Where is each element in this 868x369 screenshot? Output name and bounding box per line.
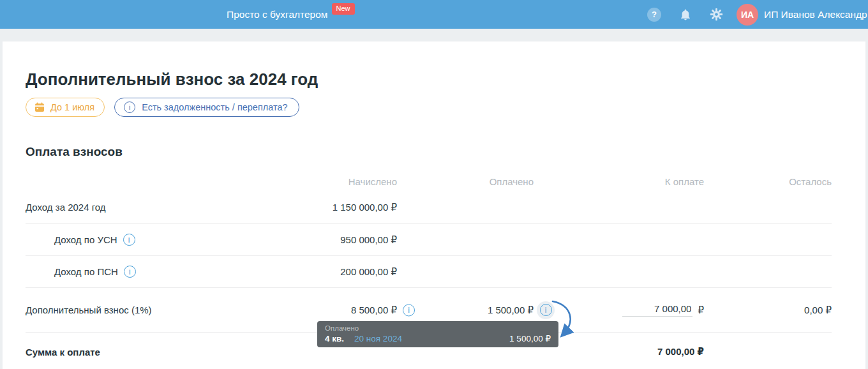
page-title: Дополнительный взнос за 2024 год [26,69,832,89]
accrued-value: 1 150 000,00 ₽ [287,202,397,213]
tooltip-quarter: 4 кв. [325,334,344,343]
bell-icon[interactable] [679,8,692,21]
paid-tooltip: Оплачено 4 кв. 20 ноя 2024 1 500,00 ₽ [317,321,558,347]
help-icon[interactable]: ? [647,8,661,22]
to-pay-input[interactable] [622,303,692,317]
row-label: Дополнительный взнос (1%) [26,305,287,315]
remaining-value: 0,00 ₽ [704,305,832,316]
accrued-cell: 8 500,00 ₽ i [287,305,397,316]
row-label: Доход по УСН i [26,234,287,246]
psn-info-icon[interactable]: i [124,266,136,278]
table-row: Доход за 2024 год 1 150 000,00 ₽ [26,191,832,224]
badges-row: До 1 июля i Есть задолженность / перепла… [26,98,832,117]
section-title: Оплата взносов [26,145,832,159]
col-paid: Оплачено [397,176,534,187]
user-name[interactable]: ИП Иванов Александр [764,9,867,20]
paid-value: 1 500,00 ₽ [488,305,534,315]
deadline-label: До 1 июля [50,102,94,112]
topbar: Просто с бухгалтером New ? [0,0,868,29]
total-to-pay: 7 000,00 ₽ [534,346,704,358]
tooltip-label: Оплачено [325,324,551,332]
avatar[interactable]: ИА [737,4,758,26]
col-accrued: Начислено [287,176,397,187]
col-to-pay: К оплате [534,176,704,187]
content-card: Дополнительный взнос за 2024 год До 1 ию… [3,41,865,369]
accrued-value: 8 500,00 ₽ [351,305,397,315]
tooltip-row: 4 кв. 20 ноя 2024 1 500,00 ₽ [325,333,551,343]
deadline-badge: До 1 июля [26,98,105,117]
tooltip-date-link[interactable]: 20 ноя 2024 [354,334,402,343]
brand-title: Просто с бухгалтером [227,9,328,20]
help-glyph: ? [652,10,657,19]
usn-info-icon[interactable]: i [123,234,135,246]
gear-icon[interactable] [710,8,723,21]
table-header: Начислено Оплачено К оплате Осталось [26,176,832,191]
row-label: Доход за 2024 год [26,202,287,213]
table-row: Доход по ПСН i 200 000,00 ₽ [26,256,832,288]
accrued-value: 200 000,00 ₽ [287,266,397,278]
table-row: Доход по УСН i 950 000,00 ₽ [26,224,832,256]
accrued-value: 950 000,00 ₽ [287,234,397,246]
pointer-arrow-icon [539,294,585,344]
info-icon: i [124,102,135,113]
row-label-text: Доход по УСН [54,234,117,245]
avatar-initials: ИА [741,10,754,20]
row-label: Доход по ПСН i [26,266,287,278]
app-window: { "topbar": { "brand": "Просто с бухгалт… [0,0,868,369]
debt-question-badge[interactable]: i Есть задолженность / переплата? [114,98,299,117]
new-badge: New [332,3,355,15]
col-remaining: Осталось [704,176,832,187]
brand: Просто с бухгалтером New [227,0,355,29]
debt-label: Есть задолженность / переплата? [142,102,287,112]
row-label-text: Доход по ПСН [54,266,118,277]
paid-cell: 1 500,00 ₽ i [397,305,534,316]
total-label: Сумма к оплате [26,347,287,358]
currency-symbol: ₽ [698,305,704,316]
calendar-icon [34,102,45,112]
topbar-actions: ? [647,0,867,29]
